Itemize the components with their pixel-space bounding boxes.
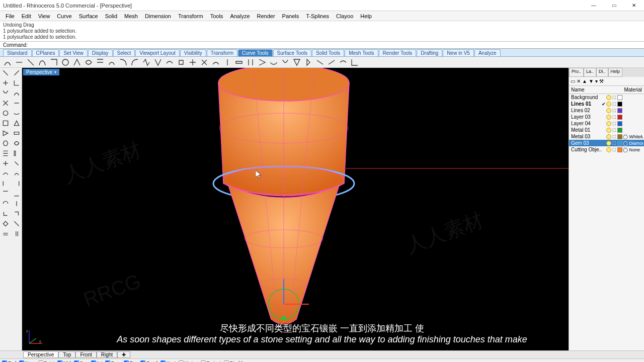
lock-icon[interactable]: ⬚ bbox=[612, 108, 617, 113]
left-tool-28-icon[interactable] bbox=[0, 209, 11, 219]
panel-tab-1[interactable]: La.. bbox=[584, 68, 596, 77]
view-tab-perspective[interactable]: Perspective bbox=[23, 351, 58, 358]
curve-tool-9-icon[interactable] bbox=[107, 58, 116, 67]
left-tool-11-icon[interactable] bbox=[11, 118, 22, 128]
left-tool-7-icon[interactable] bbox=[11, 98, 22, 108]
menu-clayoo[interactable]: Clayoo bbox=[333, 13, 357, 19]
menu-tools[interactable]: Tools bbox=[207, 13, 227, 19]
layer-down-icon[interactable]: ▼ bbox=[589, 78, 594, 84]
left-tool-4-icon[interactable] bbox=[0, 88, 11, 98]
curve-tool-21-icon[interactable] bbox=[246, 58, 255, 67]
curve-tool-20-icon[interactable] bbox=[234, 58, 244, 67]
left-tool-13-icon[interactable] bbox=[11, 128, 22, 138]
curve-tool-15-icon[interactable] bbox=[177, 58, 186, 67]
layer-row-background[interactable]: Background⬚ bbox=[569, 94, 644, 101]
layer-up-icon[interactable]: ▲ bbox=[582, 78, 587, 84]
color-swatch[interactable] bbox=[617, 115, 622, 120]
osnap-project[interactable]: Project bbox=[201, 360, 221, 363]
curve-tool-30-icon[interactable] bbox=[350, 58, 359, 67]
visibility-icon[interactable] bbox=[606, 95, 611, 100]
curve-tool-23-icon[interactable] bbox=[269, 58, 278, 67]
tab-render-tools[interactable]: Render Tools bbox=[379, 49, 417, 56]
curve-tool-25-icon[interactable] bbox=[292, 58, 301, 67]
left-tool-1-icon[interactable] bbox=[11, 68, 22, 78]
curve-tool-2-icon[interactable] bbox=[26, 58, 35, 67]
visibility-icon[interactable] bbox=[606, 102, 611, 107]
curve-tool-13-icon[interactable] bbox=[153, 58, 163, 67]
lock-icon[interactable]: ⬚ bbox=[612, 121, 617, 126]
layer-row-metal-01[interactable]: Metal 01⬚ bbox=[569, 127, 644, 133]
left-tool-32-icon[interactable] bbox=[0, 229, 11, 239]
menu-analyze[interactable]: Analyze bbox=[226, 13, 253, 19]
tab-select[interactable]: Select bbox=[113, 49, 135, 56]
osnap-int[interactable]: Int bbox=[91, 360, 102, 363]
left-tool-10-icon[interactable] bbox=[0, 118, 11, 128]
osnap-quad[interactable]: Quad bbox=[140, 360, 157, 363]
osnap-disable[interactable]: Disable bbox=[224, 360, 245, 363]
osnap-end[interactable]: End bbox=[2, 360, 16, 363]
visibility-icon[interactable] bbox=[606, 108, 611, 113]
left-tool-33-icon[interactable] bbox=[11, 229, 22, 239]
tab-visibility[interactable]: Visibility bbox=[180, 49, 206, 56]
left-tool-5-icon[interactable] bbox=[11, 88, 22, 98]
curve-tool-17-icon[interactable] bbox=[200, 58, 209, 67]
left-tool-17-icon[interactable] bbox=[11, 148, 22, 158]
tab-cplanes[interactable]: CPlanes bbox=[32, 49, 59, 56]
curve-tool-28-icon[interactable] bbox=[327, 58, 336, 67]
left-tool-22-icon[interactable] bbox=[0, 178, 11, 189]
menu-view[interactable]: View bbox=[35, 13, 54, 19]
left-tool-26-icon[interactable] bbox=[0, 199, 11, 209]
curve-tool-6-icon[interactable] bbox=[72, 58, 82, 67]
color-swatch[interactable] bbox=[617, 95, 622, 100]
left-tool-12-icon[interactable] bbox=[0, 128, 11, 138]
command-input[interactable] bbox=[29, 42, 641, 48]
left-tool-3-icon[interactable] bbox=[11, 78, 22, 88]
new-layer-icon[interactable]: ▭ bbox=[571, 78, 575, 84]
lock-icon[interactable]: ⬚ bbox=[612, 128, 617, 132]
left-tool-31-icon[interactable] bbox=[11, 219, 22, 229]
layer-row-lines-02[interactable]: Lines 02⬚ bbox=[569, 107, 644, 114]
panel-tab-3[interactable]: Help bbox=[608, 68, 623, 77]
osnap-vertex[interactable]: Vertex bbox=[179, 360, 198, 363]
left-tool-25-icon[interactable] bbox=[11, 189, 22, 199]
tab-curve-tools[interactable]: Curve Tools bbox=[238, 49, 273, 56]
curve-tool-0-icon[interactable] bbox=[3, 58, 12, 67]
delete-layer-icon[interactable]: ✕ bbox=[577, 78, 581, 84]
osnap-tan[interactable]: Tan bbox=[124, 360, 137, 363]
color-swatch[interactable] bbox=[617, 108, 622, 113]
visibility-icon[interactable] bbox=[606, 115, 611, 120]
osnap-cen[interactable]: Cen bbox=[74, 360, 89, 363]
left-tool-20-icon[interactable] bbox=[0, 168, 11, 178]
left-tool-24-icon[interactable] bbox=[0, 189, 11, 199]
menu-dimension[interactable]: Dimension bbox=[141, 13, 175, 19]
menu-surface[interactable]: Surface bbox=[75, 13, 102, 19]
osnap-knot[interactable]: Knot bbox=[160, 360, 176, 363]
color-swatch[interactable] bbox=[617, 141, 622, 146]
curve-tool-18-icon[interactable] bbox=[211, 58, 220, 67]
left-tool-8-icon[interactable] bbox=[0, 108, 11, 118]
layer-row-layer-03[interactable]: Layer 03⬚ bbox=[569, 114, 644, 120]
tab-display[interactable]: Display bbox=[88, 49, 113, 56]
visibility-icon[interactable] bbox=[606, 141, 611, 146]
tab-drafting[interactable]: Drafting bbox=[417, 49, 442, 56]
osnap-point[interactable]: Point bbox=[38, 360, 55, 363]
tab-solid-tools[interactable]: Solid Tools bbox=[312, 49, 344, 56]
left-tool-19-icon[interactable] bbox=[11, 158, 22, 168]
lock-icon[interactable]: ⬚ bbox=[612, 95, 617, 100]
curve-tool-16-icon[interactable] bbox=[188, 58, 197, 67]
tab-analyze[interactable]: Analyze bbox=[474, 49, 501, 56]
menu-curve[interactable]: Curve bbox=[53, 13, 75, 19]
curve-tool-11-icon[interactable] bbox=[130, 58, 139, 67]
left-tool-9-icon[interactable] bbox=[11, 108, 22, 118]
osnap-perp[interactable]: Perp bbox=[105, 360, 121, 363]
curve-tool-12-icon[interactable] bbox=[142, 58, 151, 67]
osnap-near[interactable]: Near bbox=[19, 360, 35, 363]
tab-transform[interactable]: Transform bbox=[207, 49, 237, 56]
color-swatch[interactable] bbox=[617, 134, 622, 139]
left-tool-27-icon[interactable] bbox=[11, 199, 22, 209]
lock-icon[interactable]: ⬚ bbox=[612, 141, 617, 145]
curve-tool-14-icon[interactable] bbox=[165, 58, 174, 67]
menu-render[interactable]: Render bbox=[254, 13, 279, 19]
menu-transform[interactable]: Transform bbox=[175, 13, 207, 19]
curve-tool-10-icon[interactable] bbox=[119, 58, 128, 67]
